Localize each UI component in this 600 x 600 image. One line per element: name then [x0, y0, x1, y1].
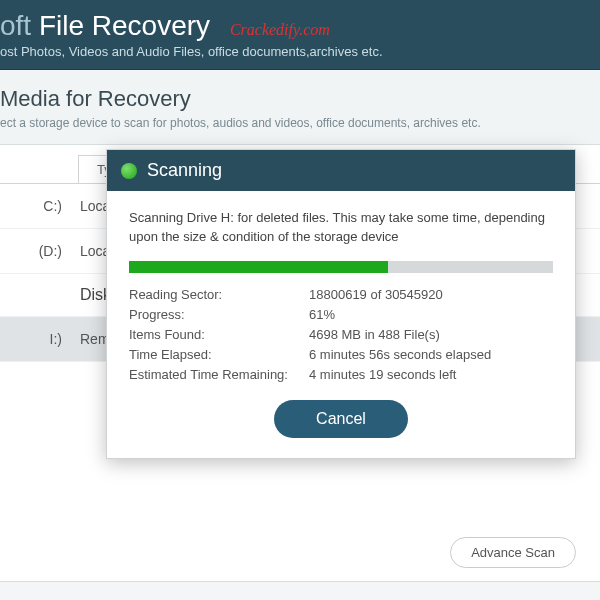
stat-label: Time Elapsed: [129, 347, 309, 362]
stat-value: 18800619 of 30545920 [309, 287, 553, 302]
stat-value: 6 minutes 56s seconds elapsed [309, 347, 553, 362]
app-header: oft File Recovery Crackedify.com ost Pho… [0, 0, 600, 70]
dialog-message: Scanning Drive H: for deleted files. Thi… [129, 209, 553, 247]
stat-label: Progress: [129, 307, 309, 322]
main-content: Type C:) Local D (D:) Local D Disk I:) R… [0, 145, 600, 362]
brand-fragment: oft [0, 10, 31, 41]
section-desc: ect a storage device to scan for photos,… [0, 116, 600, 130]
drive-letter: I:) [0, 331, 80, 347]
dialog-body: Scanning Drive H: for deleted files. Thi… [107, 191, 575, 458]
app-subtitle: ost Photos, Videos and Audio Files, offi… [0, 44, 600, 59]
status-dot-icon [121, 163, 137, 179]
section-title: Media for Recovery [0, 86, 600, 112]
advance-scan-button[interactable]: Advance Scan [450, 537, 576, 568]
stats-grid: Reading Sector: 18800619 of 30545920 Pro… [129, 287, 553, 382]
stat-value: 61% [309, 307, 553, 322]
stat-label: Reading Sector: [129, 287, 309, 302]
drive-letter: C:) [0, 198, 80, 214]
progress-bar [129, 261, 553, 273]
stat-value: 4698 MB in 488 File(s) [309, 327, 553, 342]
product-name: File Recovery [39, 10, 210, 41]
progress-fill [129, 261, 388, 273]
stat-label: Estimated Time Remaining: [129, 367, 309, 382]
app-title: oft File Recovery Crackedify.com [0, 10, 600, 42]
scanning-dialog: Scanning Scanning Drive H: for deleted f… [106, 149, 576, 459]
watermark: Crackedify.com [230, 21, 330, 38]
stat-value: 4 minutes 19 seconds left [309, 367, 553, 382]
dialog-title: Scanning [147, 160, 222, 181]
section-header: Media for Recovery ect a storage device … [0, 70, 600, 145]
drive-letter: (D:) [0, 243, 80, 259]
cancel-button[interactable]: Cancel [274, 400, 408, 438]
dialog-header: Scanning [107, 150, 575, 191]
footer-bar [0, 581, 600, 600]
stat-label: Items Found: [129, 327, 309, 342]
